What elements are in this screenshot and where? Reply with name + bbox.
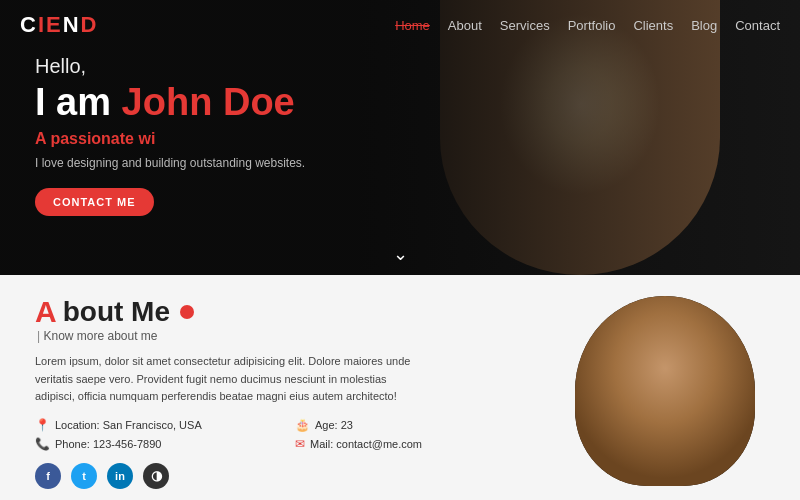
- contact-me-button[interactable]: CONTACT ME: [35, 188, 154, 216]
- nav-link-home[interactable]: Home: [395, 18, 430, 33]
- nav-link-blog[interactable]: Blog: [691, 18, 717, 33]
- about-title-a: A: [35, 297, 57, 327]
- hero-passionate: A passionate wi: [35, 130, 305, 148]
- logo-d: D: [81, 12, 99, 37]
- navbar: CIEND Home About Services Portfolio Clie…: [0, 0, 800, 50]
- about-photo: [575, 296, 755, 486]
- about-info-grid: 📍 Location: San Francisco, USA 🎂 Age: 23…: [35, 418, 535, 451]
- nav-item-blog[interactable]: Blog: [691, 16, 717, 34]
- phone-text: Phone: 123-456-7890: [55, 438, 161, 450]
- nav-item-portfolio[interactable]: Portfolio: [568, 16, 616, 34]
- logo-text: CIEND: [20, 12, 98, 38]
- hero-iam-line: I am John Doe: [35, 82, 305, 124]
- scroll-down-chevron[interactable]: ⌄: [393, 243, 408, 265]
- github-icon[interactable]: ◑: [143, 463, 169, 489]
- hero-iam-text: I am: [35, 81, 111, 123]
- linkedin-icon[interactable]: in: [107, 463, 133, 489]
- about-socials: f t in ◑: [35, 463, 535, 489]
- nav-link-portfolio[interactable]: Portfolio: [568, 18, 616, 33]
- hero-name: John Doe: [122, 81, 295, 123]
- about-title-rest: bout Me: [63, 298, 170, 326]
- nav-links: Home About Services Portfolio Clients Bl…: [395, 16, 780, 34]
- hero-passionate-prefix: A passionate: [35, 130, 134, 147]
- about-title-dot: [180, 305, 194, 319]
- about-section: A bout Me Know more about me Lorem ipsum…: [0, 275, 800, 500]
- hero-description: I love designing and building outstandin…: [35, 156, 305, 170]
- nav-item-clients[interactable]: Clients: [633, 16, 673, 34]
- age-icon: 🎂: [295, 418, 310, 432]
- nav-link-about[interactable]: About: [448, 18, 482, 33]
- about-description: Lorem ipsum, dolor sit amet consectetur …: [35, 353, 415, 406]
- about-photo-inner: [575, 296, 755, 486]
- about-right-photo: [565, 297, 765, 485]
- nav-item-home[interactable]: Home: [395, 16, 430, 34]
- twitter-icon[interactable]: t: [71, 463, 97, 489]
- nav-link-services[interactable]: Services: [500, 18, 550, 33]
- logo-ie: IE: [38, 12, 63, 37]
- logo-c: C: [20, 12, 38, 37]
- hero-content: Hello, I am John Doe A passionate wi I l…: [35, 55, 305, 216]
- email-icon: ✉: [295, 437, 305, 451]
- nav-item-about[interactable]: About: [448, 16, 482, 34]
- nav-link-contact[interactable]: Contact: [735, 18, 780, 33]
- age-text: Age: 23: [315, 419, 353, 431]
- email-text: Mail: contact@me.com: [310, 438, 422, 450]
- hero-passionate-suffix: wi: [138, 130, 155, 147]
- facebook-icon[interactable]: f: [35, 463, 61, 489]
- logo[interactable]: CIEND: [20, 12, 98, 38]
- about-subtitle: Know more about me: [35, 329, 535, 343]
- about-age: 🎂 Age: 23: [295, 418, 535, 432]
- nav-link-clients[interactable]: Clients: [633, 18, 673, 33]
- about-title: A bout Me: [35, 297, 535, 327]
- nav-item-services[interactable]: Services: [500, 16, 550, 34]
- hero-hello: Hello,: [35, 55, 305, 78]
- about-location: 📍 Location: San Francisco, USA: [35, 418, 275, 432]
- location-text: Location: San Francisco, USA: [55, 419, 202, 431]
- logo-n: N: [63, 12, 81, 37]
- about-email: ✉ Mail: contact@me.com: [295, 437, 535, 451]
- location-icon: 📍: [35, 418, 50, 432]
- phone-icon: 📞: [35, 437, 50, 451]
- about-left-content: A bout Me Know more about me Lorem ipsum…: [35, 297, 535, 485]
- nav-item-contact[interactable]: Contact: [735, 16, 780, 34]
- hero-section: CIEND Home About Services Portfolio Clie…: [0, 0, 800, 275]
- about-phone: 📞 Phone: 123-456-7890: [35, 437, 275, 451]
